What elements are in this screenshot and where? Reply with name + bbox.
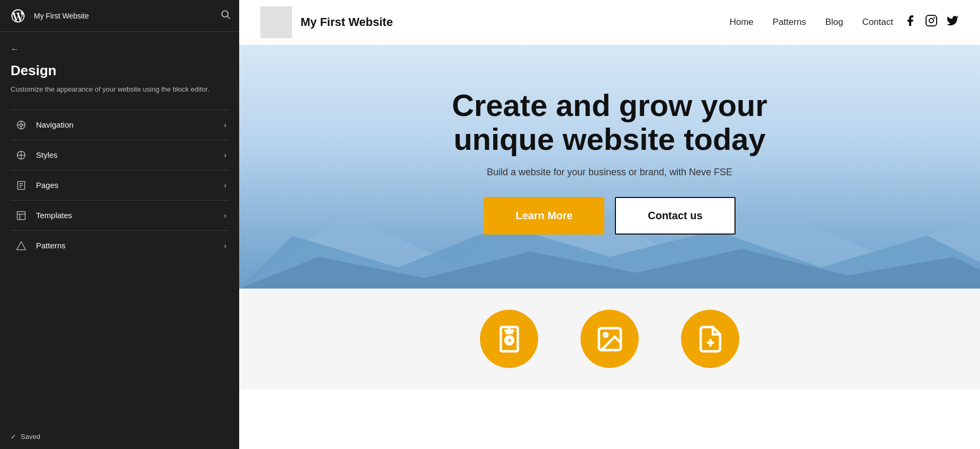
pages-chevron-icon: › <box>224 181 226 190</box>
svg-point-3 <box>20 123 23 126</box>
hero-title: Create and grow your unique website toda… <box>403 88 816 156</box>
svg-marker-16 <box>17 241 26 249</box>
sidebar-menu: Navigation › Styles › Pages › <box>11 110 229 261</box>
twitter-icon[interactable] <box>946 14 959 30</box>
nav-home[interactable]: Home <box>730 17 754 28</box>
sidebar-description: Customize the appearance of your website… <box>11 84 229 95</box>
sidebar-content: ← Design Customize the appearance of you… <box>0 32 239 424</box>
sidebar-item-templates[interactable]: Templates › <box>11 200 229 230</box>
learn-more-button[interactable]: Learn More <box>484 197 604 235</box>
svg-rect-17 <box>926 15 937 26</box>
feature-item-1 <box>480 310 538 368</box>
sidebar-topbar: My First Website <box>0 0 239 32</box>
sidebar-item-styles[interactable]: Styles › <box>11 140 229 170</box>
nav-patterns[interactable]: Patterns <box>773 17 806 28</box>
sidebar-item-pages[interactable]: Pages › <box>11 170 229 200</box>
feature-item-3 <box>681 310 739 368</box>
sidebar-item-patterns[interactable]: Patterns › <box>11 230 229 261</box>
facebook-icon[interactable] <box>904 14 917 30</box>
saved-label: Saved <box>21 433 40 441</box>
pages-icon <box>13 177 30 194</box>
patterns-label: Patterns <box>36 241 224 250</box>
svg-point-26 <box>604 333 607 337</box>
styles-icon <box>13 147 30 164</box>
wp-logo[interactable] <box>8 6 28 25</box>
navigation-icon <box>13 116 30 133</box>
styles-chevron-icon: › <box>224 151 226 159</box>
svg-line-1 <box>228 16 230 19</box>
styles-label: Styles <box>36 150 224 159</box>
hero-section: Create and grow your unique website toda… <box>239 45 980 289</box>
hero-subtitle: Build a website for your business or bra… <box>487 167 732 178</box>
main-preview: My First Website Home Patterns Blog Cont… <box>239 0 980 449</box>
feature-icon-3 <box>681 310 739 368</box>
nav-blog[interactable]: Blog <box>825 17 843 28</box>
svg-rect-13 <box>17 211 25 219</box>
feature-icon-2 <box>580 310 639 368</box>
hero-buttons: Learn More Contact us <box>484 197 735 235</box>
feature-item-2 <box>580 310 639 368</box>
features-section <box>239 289 980 389</box>
sidebar: My First Website ← Design Customize the … <box>0 0 239 449</box>
sidebar-item-navigation[interactable]: Navigation › <box>11 110 229 140</box>
saved-checkmark-icon: ✓ <box>11 433 16 441</box>
sidebar-site-title: My First Website <box>34 12 214 20</box>
back-button[interactable]: ← <box>11 44 229 54</box>
website-name: My First Website <box>301 15 393 29</box>
templates-icon <box>13 207 30 224</box>
patterns-chevron-icon: › <box>224 241 226 250</box>
social-icons <box>904 14 959 30</box>
templates-label: Templates <box>36 211 224 220</box>
instagram-icon[interactable] <box>925 14 938 30</box>
svg-point-0 <box>222 11 228 17</box>
navigation-label: Navigation <box>36 120 224 129</box>
search-icon[interactable] <box>220 9 231 22</box>
patterns-icon <box>13 237 30 254</box>
svg-point-19 <box>934 17 934 18</box>
feature-icon-1 <box>480 310 538 368</box>
website-logo <box>260 6 292 38</box>
back-arrow-icon: ← <box>11 44 19 54</box>
website-header: My First Website Home Patterns Blog Cont… <box>239 0 980 45</box>
nav-contact[interactable]: Contact <box>862 17 893 28</box>
contact-us-button[interactable]: Contact us <box>615 197 735 235</box>
navigation-chevron-icon: › <box>224 121 226 129</box>
pages-label: Pages <box>36 181 224 190</box>
templates-chevron-icon: › <box>224 211 226 220</box>
sidebar-title: Design <box>11 62 229 79</box>
svg-point-18 <box>929 19 933 23</box>
website-nav: Home Patterns Blog Contact <box>730 17 893 28</box>
sidebar-footer: ✓ Saved <box>0 424 239 449</box>
